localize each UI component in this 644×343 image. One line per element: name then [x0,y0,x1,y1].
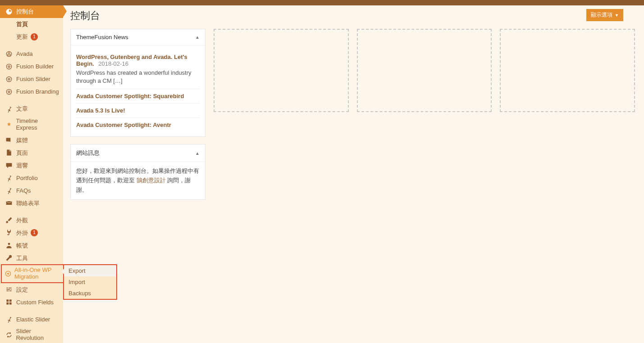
sidebar-item-posts[interactable]: 文章 [0,103,63,115]
sidebar-item-pages[interactable]: 頁面 [0,146,63,159]
chevron-down-icon: ▼ [615,13,619,18]
sidebar-item-updates[interactable]: 更新 1 [0,31,63,43]
pin-icon [5,174,14,181]
chevron-up-icon: ▲ [195,35,200,40]
news-title: WordPress, Gutenberg and Avada. Let's Be… [76,54,187,67]
panel-title: 網站訊息 [76,149,100,157]
sidebar-item-plugins[interactable]: 外掛 1 [0,226,63,239]
sidebar-item-custom-fields[interactable]: Custom Fields [0,296,63,308]
plugins-badge: 1 [31,229,38,236]
pin-icon [5,316,14,323]
news-item[interactable]: Avada Customer Spotlight: Squarebird [76,89,200,104]
screen-options-button[interactable]: 顯示選項 ▼ [586,9,623,21]
fusion-builder-icon [5,63,14,70]
plugin-icon [5,229,14,236]
flyout-item-import[interactable]: Import [64,276,116,288]
dashboard-icon [5,8,14,15]
sidebar-item-portfolio[interactable]: Portfolio [0,172,63,184]
news-item[interactable]: Avada 5.3 Is Live! [76,104,200,118]
updates-badge: 1 [31,33,38,41]
sidebar-item-slider-revolution[interactable]: Slider Revolution [0,325,63,343]
user-icon [5,242,14,249]
widget-placeholder[interactable] [500,29,635,112]
wrench-icon [5,254,14,262]
svg-rect-10 [6,302,9,305]
news-item[interactable]: Avada Customer Spotlight: Aventr [76,118,200,132]
sidebar-label-elastic-slider: Elastic Slider [16,316,50,323]
sidebar-label-dashboard: 控制台 [16,8,34,15]
themefusion-news-panel: ThemeFusion News ▲ WordPress, Gutenberg … [70,29,206,137]
sidebar-item-faqs[interactable]: FAQs [0,184,63,197]
sidebar-item-elastic-slider[interactable]: Elastic Slider [0,313,63,325]
fusion-slider-icon [5,76,14,83]
sidebar-label-updates: 更新 [16,33,28,41]
sidebar-label-tools: 工具 [16,255,28,262]
panel-title: ThemeFusion News [76,34,128,41]
sliders-icon [5,286,14,293]
page-icon [5,149,14,156]
pin-icon [5,105,14,113]
migration-icon [5,270,12,277]
sidebar-item-timeline-express[interactable]: Timeline Express [0,115,63,134]
site-info-link[interactable]: 鵠創意設計 [137,177,166,184]
news-date: 2018-02-16 [98,60,128,67]
sidebar-item-fusion-slider[interactable]: Fusion Slider [0,73,63,86]
sidebar-label-fusion-branding: Fusion Branding [16,88,59,95]
pin-icon [5,187,14,194]
placeholder-columns [214,29,635,112]
news-item[interactable]: WordPress, Gutenberg and Avada. Let's Be… [76,50,200,89]
site-info-body: 您好，歡迎來到網站控制台。如果操作過程中有遇到任何問題，歡迎至 鵠創意設計 詢問… [71,162,205,199]
refresh-icon [5,331,14,338]
sidebar-label-settings: 設定 [16,286,28,293]
sidebar-item-contact-forms[interactable]: 聯絡表單 [0,197,63,209]
sidebar-label-aiowpm: All-in-One WP Migration [14,267,59,280]
widget-placeholder[interactable] [357,29,492,112]
sidebar-label-custom-fields: Custom Fields [16,299,54,306]
dashboard-widgets: ThemeFusion News ▲ WordPress, Gutenberg … [70,29,635,200]
chevron-up-icon: ▲ [195,151,200,156]
brush-icon [5,217,14,224]
flyout-label-import: Import [69,279,85,285]
news-excerpt: WordPress has created a wonderful indust… [76,69,200,85]
svg-rect-8 [6,300,9,302]
sidebar-label-plugins: 外掛 [16,230,28,237]
svg-point-3 [6,89,11,94]
sidebar-item-settings[interactable]: 設定 [0,283,63,296]
sidebar-item-aiowpm-wrap: All-in-One WP Migration Export Import Ba… [0,264,63,283]
site-info-header[interactable]: 網站訊息 ▲ [71,144,205,162]
aiowpm-flyout: Export Import Backups [63,264,117,300]
envelope-icon [5,199,14,207]
sidebar-item-appearance[interactable]: 外觀 [0,214,63,226]
admin-top-bar [0,0,644,5]
sidebar-item-home[interactable]: 首頁 [0,18,63,31]
sidebar-item-avada[interactable]: Avada [0,48,63,60]
flyout-item-backups[interactable]: Backups [64,288,116,299]
sidebar-label-contact-forms: 聯絡表單 [16,200,40,207]
flyout-label-export: Export [69,267,86,274]
screen-options-label: 顯示選項 [591,11,612,19]
sidebar-label-fusion-slider: Fusion Slider [16,76,50,83]
sidebar-label-comments: 迴響 [16,162,28,169]
timeline-icon [5,121,13,128]
sidebar-item-comments[interactable]: 迴響 [0,159,63,172]
sidebar-label-avada: Avada [16,50,33,58]
sidebar-item-fusion-builder[interactable]: Fusion Builder [0,60,63,73]
sidebar-item-media[interactable]: 媒體 [0,134,63,146]
sidebar-label-faqs: FAQs [16,187,31,194]
sidebar-label-media: 媒體 [16,137,28,144]
sidebar-label-fusion-builder: Fusion Builder [16,63,54,70]
svg-point-2 [6,77,11,81]
flyout-item-export[interactable]: Export [64,265,116,276]
widget-placeholder[interactable] [214,29,349,112]
sidebar-item-users[interactable]: 帳號 [0,239,63,252]
sidebar-item-aiowpm[interactable]: All-in-One WP Migration [0,264,63,283]
svg-rect-11 [9,302,12,305]
sidebar-item-dashboard[interactable]: 控制台 [0,5,63,18]
sidebar-label-home: 首頁 [16,21,28,28]
sidebar-label-portfolio: Portfolio [16,175,38,182]
themefusion-news-header[interactable]: ThemeFusion News ▲ [71,29,205,45]
sidebar-item-tools[interactable]: 工具 [0,252,63,264]
app-container: 控制台 首頁 更新 1 Avada Fusion Builder Fusio [0,5,644,343]
sidebar-item-fusion-branding[interactable]: Fusion Branding [0,86,63,98]
grid-icon [5,298,14,306]
